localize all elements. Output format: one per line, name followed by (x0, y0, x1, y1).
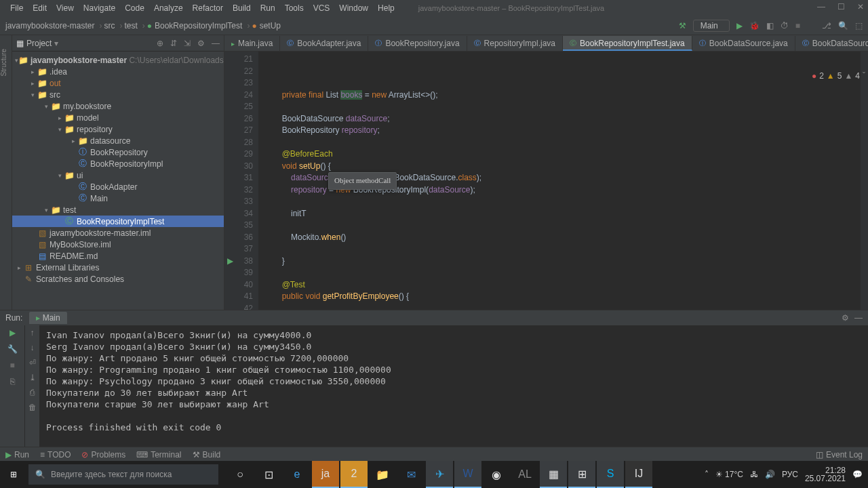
tb-chrome[interactable]: ◉ (483, 461, 510, 488)
build-icon[interactable]: ⚒ (679, 21, 686, 30)
tab-ds[interactable]: ⒾBookDataSource.java (692, 36, 795, 51)
btab-eventlog[interactable]: ◫Event Log (816, 450, 863, 460)
tree-ds[interactable]: datasource (90, 136, 130, 146)
search-icon[interactable]: 🔍 (838, 21, 848, 30)
collapse-icon[interactable]: ⇵ (170, 39, 177, 48)
tab-britest[interactable]: ⒸBookRepositoryImplTest.java (563, 36, 692, 51)
tb-app4[interactable]: ▦ (540, 461, 567, 488)
btab-run[interactable]: ▶Run (5, 450, 29, 460)
line-gutter[interactable]: 2122232425262728293031323334353637▶38394… (224, 52, 258, 310)
structure-stripe[interactable]: Structure (0, 49, 7, 77)
close-icon[interactable]: ✕ (857, 2, 864, 12)
tree-britest[interactable]: BookRepositoryImplTest (77, 217, 164, 226)
menu-refactor[interactable]: Refactor (188, 3, 228, 13)
tree-scratch[interactable]: Scratches and Consoles (36, 274, 124, 284)
code-body[interactable]: private final List books = new ArrayList… (258, 52, 860, 310)
locate-icon[interactable]: ⊕ (157, 39, 163, 48)
start-button[interactable]: ⊞ (0, 461, 27, 488)
run-gear-icon[interactable]: ⚙ (842, 313, 849, 323)
tb-taskview[interactable]: ⊡ (255, 461, 282, 488)
tree-out[interactable]: out (50, 79, 61, 88)
tab-dsimpl[interactable]: ⒸBookDataSourceImpl.jav (795, 36, 868, 51)
tab-repoimpl[interactable]: ⒸRepositoryImpl.java (467, 36, 563, 51)
tree-badapter[interactable]: BookAdapter (90, 182, 137, 192)
tb-intellij[interactable]: IJ (625, 461, 652, 488)
tree-ext[interactable]: External Libraries (36, 263, 99, 272)
tb-skype[interactable]: S (597, 461, 624, 488)
menu-file[interactable]: File (5, 3, 28, 13)
tray-lang[interactable]: РУС (782, 470, 798, 479)
btab-build[interactable]: ⚒Build (193, 450, 221, 460)
menu-tools[interactable]: Tools (280, 3, 309, 13)
coverage-icon[interactable]: ◧ (766, 21, 774, 30)
expand-icon[interactable]: ⇲ (184, 39, 191, 48)
clear-icon[interactable]: 🗑 (28, 403, 37, 412)
scroll-icon[interactable]: ⤓ (29, 373, 36, 382)
crumb-class[interactable]: BookRepositoryImplTest (155, 21, 242, 30)
tree-repo[interactable]: repository (77, 125, 113, 134)
taskbar-search[interactable]: 🔍 Введите здесь текст для поиска (28, 464, 218, 485)
btab-problems[interactable]: ⊘Problems (81, 450, 125, 460)
run-settings-icon[interactable]: 🔧 (7, 344, 18, 354)
settings-icon[interactable]: ⬚ (855, 21, 863, 30)
tree-mybs[interactable]: MyBookStore.iml (50, 240, 111, 249)
tray-chevron-icon[interactable]: ˄ (705, 470, 709, 479)
print-icon[interactable]: ⎙ (30, 388, 35, 397)
tree-brimpl[interactable]: BookRepositoryImpl (90, 159, 163, 169)
tb-mail[interactable]: ✉ (397, 461, 425, 488)
maximize-icon[interactable]: ☐ (837, 2, 845, 12)
tray-net-icon[interactable]: 🖧 (750, 470, 758, 479)
menu-code[interactable]: Code (120, 3, 149, 13)
tb-explorer[interactable]: 📁 (369, 461, 396, 488)
hide-icon[interactable]: — (212, 39, 220, 48)
run-hide-icon[interactable]: — (854, 313, 863, 323)
stop-run-icon[interactable]: ■ (9, 361, 14, 370)
menu-build[interactable]: Build (228, 3, 256, 13)
crumb-src[interactable]: src (104, 21, 115, 30)
down-icon[interactable]: ↓ (31, 343, 35, 352)
menu-view[interactable]: View (52, 3, 79, 13)
wrap-icon[interactable]: ⏎ (29, 358, 36, 367)
tb-app3[interactable]: AL (511, 461, 538, 488)
tree-pkg[interactable]: my.bookstore (63, 102, 111, 111)
project-tree[interactable]: ▾📁javamybookstore-master C:\Users\eldar\… (12, 52, 224, 310)
tb-app1[interactable]: ja (312, 461, 339, 488)
up-icon[interactable]: ↑ (31, 328, 35, 338)
minimize-icon[interactable]: ― (817, 2, 825, 12)
tree-idea[interactable]: .idea (50, 67, 67, 77)
dump-icon[interactable]: ⎘ (10, 377, 15, 386)
tb-app2[interactable]: 2 (340, 461, 368, 488)
run-icon[interactable]: ▶ (736, 21, 743, 30)
tb-word[interactable]: W (454, 461, 481, 488)
menu-run[interactable]: Run (256, 3, 280, 13)
tree-model[interactable]: model (77, 113, 99, 123)
error-stripe[interactable]: ●2 ▲5 ▲4 ˇ (860, 52, 868, 310)
tab-bookrepo[interactable]: ⒾBookRepository.java (368, 36, 467, 51)
tab-main[interactable]: ▸Main.java (224, 36, 280, 51)
menu-window[interactable]: Window (334, 3, 373, 13)
console-output[interactable]: Ivan Ivanov продал(а)Всего 3книг(и) на с… (39, 325, 868, 447)
crumb-root[interactable]: javamybookstore-master (5, 21, 94, 30)
rerun-icon[interactable]: ▶ (9, 328, 16, 338)
btab-terminal[interactable]: ⌨Terminal (136, 450, 181, 460)
tree-test[interactable]: test (63, 205, 76, 215)
run-tab-main[interactable]: ▸ Main (29, 312, 66, 324)
tray-vol-icon[interactable]: 🔊 (765, 470, 775, 479)
debug-icon[interactable]: 🐞 (749, 21, 760, 30)
tree-iml[interactable]: javamybookstore-master.iml (50, 228, 151, 238)
tab-bookadapter[interactable]: ⒸBookAdapter.java (280, 36, 368, 51)
tb-cortana[interactable]: ○ (226, 461, 254, 488)
vcs-icon[interactable]: ⎇ (822, 21, 831, 30)
tray-clock[interactable]: 21:2825.07.2021 (805, 466, 846, 483)
tb-edge[interactable]: e (283, 461, 311, 488)
profile-icon[interactable]: ⏱ (781, 21, 789, 30)
tree-readme[interactable]: README.md (50, 251, 98, 261)
tree-ui[interactable]: ui (77, 171, 83, 180)
gear-icon[interactable]: ⚙ (197, 39, 205, 48)
stop-icon[interactable]: ■ (795, 21, 800, 30)
tray-weather[interactable]: ☀ 17°C (715, 470, 743, 479)
tb-telegram[interactable]: ✈ (426, 461, 453, 488)
tree-root[interactable]: javamybookstore-master (31, 56, 127, 65)
run-config-selector[interactable]: Main (693, 20, 730, 32)
menu-navigate[interactable]: Navigate (79, 3, 120, 13)
